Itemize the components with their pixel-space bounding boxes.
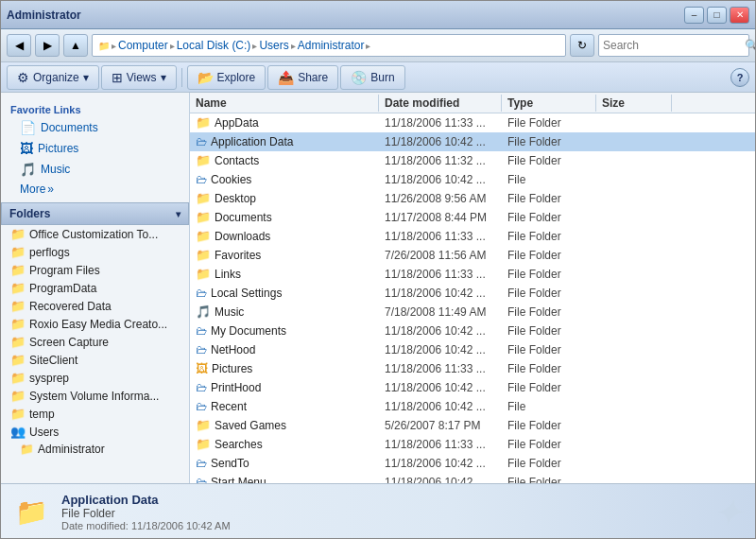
tree-sysprep[interactable]: 📁 sysprep <box>1 369 189 387</box>
breadcrumb-users[interactable]: Users <box>259 39 288 52</box>
tree-screen-capture[interactable]: 📁 Screen Capture <box>1 333 189 351</box>
table-row[interactable]: 🗁 Cookies 11/18/2006 10:42 ... File <box>190 170 755 189</box>
table-row[interactable]: 🗁 Start Menu 11/18/2006 10:42 ... File F… <box>190 473 755 483</box>
file-name: My Documents <box>211 324 286 338</box>
close-button[interactable]: ✕ <box>730 7 749 24</box>
folders-header[interactable]: Folders ▾ <box>1 202 189 225</box>
more-link[interactable]: More » <box>1 180 189 199</box>
column-name[interactable]: Name <box>190 95 379 112</box>
file-type-cell: File <box>502 399 596 414</box>
tree-system-volume[interactable]: 📁 System Volume Informa... <box>1 387 189 405</box>
folder-icon: 📁 <box>10 353 26 367</box>
favorites-music[interactable]: 🎵 Music <box>1 159 189 180</box>
table-row[interactable]: 📁 Desktop 11/26/2008 9:56 AM File Folder <box>190 189 755 208</box>
file-type-cell: File Folder <box>502 456 596 471</box>
breadcrumb-administrator[interactable]: Administrator <box>298 39 365 52</box>
file-name: Contacts <box>215 154 259 167</box>
explore-button[interactable]: 📂 Explore <box>187 65 266 90</box>
share-button[interactable]: 📤 Share <box>267 65 338 90</box>
folder-icon: 📁 <box>10 335 26 349</box>
table-row[interactable]: 📁 Favorites 7/26/2008 11:56 AM File Fold… <box>190 246 755 265</box>
table-row[interactable]: 🗁 PrintHood 11/18/2006 10:42 ... File Fo… <box>190 378 755 397</box>
burn-button[interactable]: 💿 Burn <box>340 65 404 90</box>
tree-roxio[interactable]: 📁 Roxio Easy Media Creato... <box>1 315 189 333</box>
back-button[interactable]: ◀ <box>7 34 31 57</box>
file-icon: 📁 <box>196 210 211 224</box>
file-name: Desktop <box>215 192 256 205</box>
favorites-pictures[interactable]: 🖼 Pictures <box>1 138 189 159</box>
file-icon: 📁 <box>196 418 211 432</box>
file-name-cell: 🗁 Cookies <box>190 172 379 187</box>
table-row[interactable]: 🎵 Music 7/18/2008 11:49 AM File Folder <box>190 303 755 322</box>
file-name: Links <box>215 268 241 281</box>
search-icon: 🔍 <box>745 39 756 52</box>
file-name-cell: 📁 Favorites <box>190 247 379 263</box>
organize-button[interactable]: ⚙ Organize ▾ <box>7 65 99 90</box>
table-row[interactable]: 🗁 Application Data 11/18/2006 10:42 ... … <box>190 132 755 151</box>
tree-siteclient[interactable]: 📁 SiteClient <box>1 351 189 369</box>
burn-icon: 💿 <box>351 70 367 85</box>
search-box: 🔍 <box>598 34 749 57</box>
forward-button[interactable]: ▶ <box>35 34 60 57</box>
refresh-button[interactable]: ↻ <box>570 34 594 57</box>
file-date-cell: 11/18/2006 11:33 ... <box>379 267 502 282</box>
file-size-cell <box>596 425 672 426</box>
file-size-cell <box>596 254 672 256</box>
file-date-cell: 7/26/2008 11:56 AM <box>379 248 502 263</box>
pictures-icon: 🖼 <box>20 141 33 156</box>
folder-icon: 📁 <box>10 245 26 259</box>
tree-program-files[interactable]: 📁 Program Files <box>1 261 189 279</box>
tree-users[interactable]: 👥 Users <box>1 423 189 441</box>
table-row[interactable]: 🗁 Local Settings 11/18/2006 10:42 ... Fi… <box>190 284 755 303</box>
column-date-modified[interactable]: Date modified <box>379 95 502 112</box>
tree-recovered-data[interactable]: 📁 Recovered Data <box>1 297 189 315</box>
share-icon: 📤 <box>278 70 294 85</box>
file-date-cell: 11/18/2006 11:33 ... <box>379 361 502 376</box>
table-row[interactable]: 📁 Contacts 11/18/2006 11:32 ... File Fol… <box>190 151 755 170</box>
table-row[interactable]: 🗁 Recent 11/18/2006 10:42 ... File <box>190 397 755 416</box>
up-button[interactable]: ▲ <box>63 34 88 57</box>
column-size[interactable]: Size <box>596 95 672 112</box>
users-icon: 👥 <box>10 425 26 439</box>
table-row[interactable]: 🗁 My Documents 11/18/2006 10:42 ... File… <box>190 322 755 340</box>
table-row[interactable]: 📁 Links 11/18/2006 11:33 ... File Folder <box>190 265 755 284</box>
file-list: 📁 AppData 11/18/2006 11:33 ... File Fold… <box>190 113 755 483</box>
file-name-cell: 🗁 Start Menu <box>190 475 379 484</box>
toolbar-separator-1 <box>181 68 182 87</box>
title-bar: Administrator – □ ✕ <box>1 1 755 29</box>
table-row[interactable]: 📁 Saved Games 5/26/2007 8:17 PM File Fol… <box>190 416 755 435</box>
file-icon: 🗁 <box>196 324 207 338</box>
tree-perflogs[interactable]: 📁 perflogs <box>1 243 189 261</box>
window-title: Administrator <box>7 9 81 22</box>
file-type-cell: File Folder <box>502 437 596 452</box>
tree-office[interactable]: 📁 Office Customization To... <box>1 225 189 243</box>
search-input[interactable] <box>603 39 745 52</box>
watermark: ✦ <box>712 491 744 534</box>
table-row[interactable]: 📁 Documents 11/17/2008 8:44 PM File Fold… <box>190 208 755 227</box>
file-name: SendTo <box>211 457 249 470</box>
help-button[interactable]: ? <box>730 68 749 87</box>
file-type-cell: File Folder <box>502 115 596 130</box>
file-name-cell: 📁 Downloads <box>190 228 379 244</box>
maximize-button[interactable]: □ <box>707 7 727 24</box>
file-date-cell: 7/18/2008 11:49 AM <box>379 304 502 320</box>
tree-administrator[interactable]: 📁 Administrator <box>1 441 189 458</box>
favorites-documents[interactable]: 📄 Documents <box>1 117 189 138</box>
breadcrumb-computer[interactable]: Computer <box>118 39 168 52</box>
table-row[interactable]: 📁 AppData 11/18/2006 11:33 ... File Fold… <box>190 113 755 132</box>
file-type-cell: File Folder <box>502 229 596 244</box>
file-size-cell <box>596 198 672 200</box>
left-panel: Favorite Links 📄 Documents 🖼 Pictures 🎵 … <box>1 93 190 483</box>
table-row[interactable]: 📁 Downloads 11/18/2006 11:33 ... File Fo… <box>190 227 755 246</box>
table-row[interactable]: 🗁 NetHood 11/18/2006 10:42 ... File Fold… <box>190 340 755 359</box>
breadcrumb-localdisk[interactable]: Local Disk (C:) <box>177 39 251 52</box>
tree-temp[interactable]: 📁 temp <box>1 405 189 423</box>
column-type[interactable]: Type <box>502 95 596 112</box>
minimize-button[interactable]: – <box>684 7 704 24</box>
table-row[interactable]: 🗁 SendTo 11/18/2006 10:42 ... File Folde… <box>190 454 755 473</box>
status-folder-icon: 📁 <box>12 494 50 531</box>
views-button[interactable]: ⊞ Views ▾ <box>101 65 177 90</box>
tree-programdata[interactable]: 📁 ProgramData <box>1 279 189 297</box>
table-row[interactable]: 📁 Searches 11/18/2006 11:33 ... File Fol… <box>190 435 755 454</box>
table-row[interactable]: 🖼 Pictures 11/18/2006 11:33 ... File Fol… <box>190 359 755 378</box>
